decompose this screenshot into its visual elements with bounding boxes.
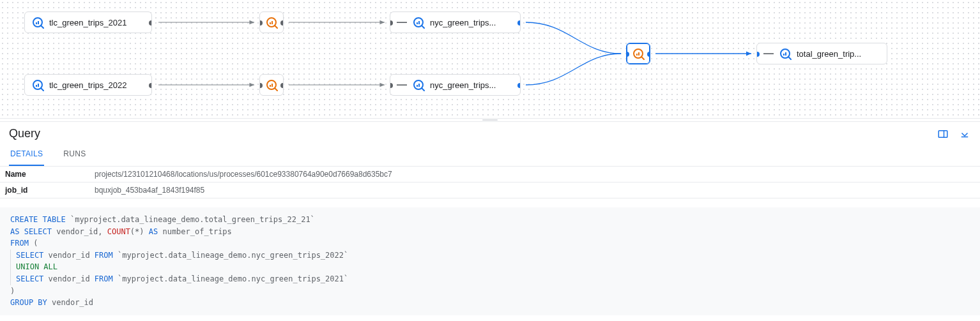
node-nyc-green-trips-2[interactable]: — nyc_green_trips... [390,74,521,96]
input-port[interactable] [259,20,263,26]
bq-table-icon [31,78,44,91]
bq-process-icon [632,47,645,60]
bq-table-icon [412,16,425,29]
svg-rect-11 [938,130,947,137]
node-process-selected[interactable] [626,43,650,64]
input-port[interactable] [756,52,760,57]
bq-process-icon [265,78,278,91]
tabs: DETAILS RUNS [0,143,980,167]
input-port[interactable] [390,20,393,26]
sql-keyword: AS SELECT [10,227,52,236]
sql-keyword: UNION ALL [16,262,57,271]
details-table: Name projects/123101210468/locations/us/… [0,167,980,198]
sql-text: vendor_id [43,274,94,283]
sql-text: vendor_id [47,298,93,307]
detail-key: Name [0,167,89,182]
dash-icon: — [397,79,407,91]
detail-key: job_id [0,183,89,198]
detail-value: bquxjob_453ba4af_1843f194f85 [89,183,980,198]
dash-icon: — [397,17,407,28]
panel-title: Query [9,127,40,140]
output-port[interactable] [517,20,521,26]
bq-table-icon [779,47,792,60]
tab-runs[interactable]: RUNS [62,143,87,166]
sql-keyword: SELECT [16,251,43,260]
node-label: nyc_green_trips... [430,80,496,90]
node-label: tlc_green_trips_2022 [49,80,126,90]
output-port[interactable] [647,52,650,57]
node-label: tlc_green_trips_2021 [49,18,126,27]
bq-process-icon [265,16,278,29]
sql-text: ( [29,239,38,248]
layout-icon[interactable] [937,128,949,140]
input-port[interactable] [390,83,393,88]
sql-keyword: GROUP BY [10,298,47,307]
sql-text: `myproject.data_lineage_demo.nyc_green_t… [113,274,348,283]
resize-grip-icon [482,119,498,121]
sql-keyword: FROM [95,251,113,260]
node-tlc-green-trips-2022[interactable]: tlc_green_trips_2022 [24,74,152,96]
sql-text: number_of_trips [158,227,232,236]
node-label: total_green_trip... [797,49,861,59]
output-port[interactable] [280,83,284,88]
sql-keyword: SELECT [16,274,43,283]
node-nyc-green-trips-1[interactable]: — nyc_green_trips... [390,11,521,33]
output-port[interactable] [280,20,284,26]
sql-text: `myproject.data_lineage_demo.total_green… [66,215,315,224]
node-process-2[interactable] [259,74,284,96]
sql-keyword: FROM [10,239,29,248]
sql-text: vendor_id, [52,227,107,236]
detail-row-job-id: job_id bquxjob_453ba4af_1843f194f85 [0,183,980,198]
sql-function: COUNT [107,227,130,236]
output-port[interactable] [517,83,521,88]
sql-text: ) [10,287,15,295]
input-port[interactable] [259,83,263,88]
node-process-1[interactable] [259,11,284,33]
sql-query-block[interactable]: CREATE TABLE `myproject.data_lineage_dem… [0,207,980,315]
bq-table-icon [31,16,44,29]
node-label: nyc_green_trips... [430,18,496,27]
output-port[interactable] [149,20,152,26]
sql-keyword: CREATE TABLE [10,215,66,224]
sql-text: `myproject.data_lineage_demo.nyc_green_t… [113,251,348,260]
lineage-graph-canvas[interactable]: tlc_green_trips_2021 — nyc_green_trips..… [0,0,980,118]
collapse-icon[interactable] [958,128,971,140]
output-port[interactable] [149,83,152,88]
node-tlc-green-trips-2021[interactable]: tlc_green_trips_2021 [24,11,152,33]
bq-table-icon [412,78,425,91]
sql-keyword: FROM [95,274,113,283]
input-port[interactable] [626,52,629,57]
tab-details[interactable]: DETAILS [9,143,44,166]
sql-text: (*) [130,227,149,236]
node-total-green-trips[interactable]: — total_green_trip... [756,43,887,64]
sql-text: vendor_id [43,251,94,260]
detail-row-name: Name projects/123101210468/locations/us/… [0,167,980,183]
sql-keyword: AS [149,227,158,236]
panel-header: Query [0,122,980,143]
detail-value: projects/123101210468/locations/us/proce… [89,167,980,182]
dash-icon: — [763,48,774,59]
